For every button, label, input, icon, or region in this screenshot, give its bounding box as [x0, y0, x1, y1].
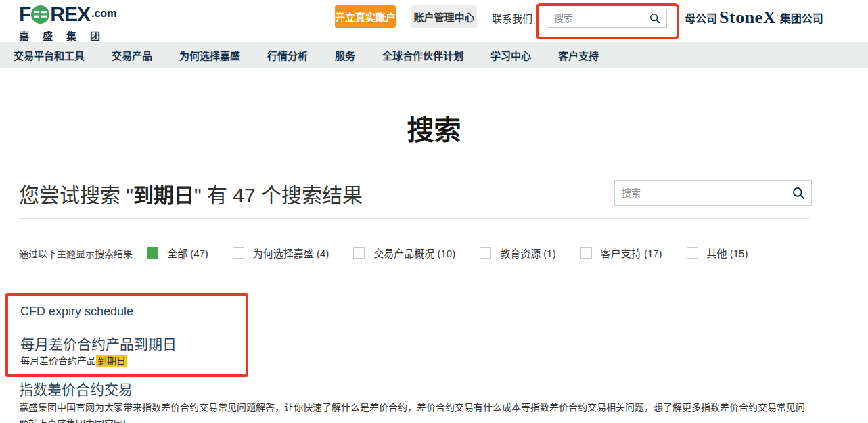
results-search-input[interactable] — [615, 187, 792, 198]
header-search-input[interactable] — [547, 13, 649, 24]
nav-item-services[interactable]: 服务 — [335, 48, 355, 62]
forex-logo[interactable]: F REX .com 嘉 盛 集 团 — [19, 3, 116, 43]
main-nav: 交易平台和工具 交易产品 为何选择嘉盛 行情分析 服务 全球合作伙伴计划 学习中… — [0, 42, 868, 68]
nav-item-market-analysis[interactable]: 行情分析 — [267, 48, 308, 62]
summary-count: 47 — [233, 184, 255, 206]
checkbox-icon[interactable] — [233, 247, 244, 259]
results-summary: 您尝试搜索 "到期日" 有 47 个搜索结果 — [19, 179, 363, 208]
logo-cn-char: 盛 — [43, 28, 53, 43]
summary-middle: " 有 — [194, 184, 233, 206]
filter-products-overview[interactable]: 交易产品概况 (10) — [353, 246, 455, 260]
stonex-logo: StoneX — [719, 9, 776, 26]
parent-company-suffix: 集团公司 — [780, 9, 823, 26]
parent-company-label: 母公司 StoneX ' 集团公司 — [685, 7, 823, 28]
nav-item-trading-products[interactable]: 交易产品 — [112, 48, 152, 62]
filter-other[interactable]: 其他 (15) — [687, 246, 748, 260]
forex-wordmark: F REX .com — [19, 3, 116, 25]
summary-suffix: 个搜索结果 — [256, 184, 363, 206]
nav-item-trading-platforms[interactable]: 交易平台和工具 — [14, 48, 85, 62]
logo-letters-rex: REX — [50, 4, 90, 24]
filter-education-resources[interactable]: 教育资源 (1) — [480, 246, 556, 260]
filter-label: 其他 (15) — [707, 246, 748, 260]
logo-chinese-name: 嘉 盛 集 团 — [19, 28, 100, 43]
nav-item-why-choose-us[interactable]: 为何选择嘉盛 — [179, 48, 240, 62]
search-icon[interactable] — [792, 187, 805, 200]
filter-label: 交易产品概况 (10) — [373, 246, 455, 260]
checkbox-icon[interactable] — [147, 247, 158, 259]
account-management-button[interactable]: 账户管理中心 — [411, 5, 477, 28]
filter-label: 教育资源 (1) — [500, 246, 556, 260]
filter-label: 为何选择嘉盛 (4) — [253, 246, 329, 260]
summary-query: 到期日 — [133, 184, 194, 206]
page-title: 搜索 — [0, 108, 868, 148]
filter-label: 客户支持 (17) — [601, 246, 662, 260]
checkbox-icon[interactable] — [687, 247, 698, 259]
snippet-text: 每月差价合约产品 — [20, 355, 96, 366]
logo-tld: .com — [91, 3, 116, 24]
search-icon[interactable] — [649, 13, 660, 24]
logo-cn-char: 集 — [66, 28, 76, 43]
forex-globe-icon — [31, 5, 49, 24]
stonex-trademark: ' — [777, 15, 778, 22]
filters-label: 通过以下主题显示搜索结果 — [19, 246, 133, 260]
contact-us-link[interactable]: 联系我们 — [492, 11, 532, 25]
logo-letter-f: F — [19, 4, 30, 24]
result-description: 嘉盛集团中国官网为大家带来指数差价合约交易常见问题解答，让你快速了解什么是差价合… — [19, 399, 808, 423]
open-live-account-button[interactable]: 开立真实账户 — [335, 5, 396, 28]
filter-why-choose-us[interactable]: 为何选择嘉盛 (4) — [233, 246, 329, 260]
search-results-page: F REX .com 嘉 盛 集 团 开立真实账户 账户管理中心 联系我们 — [0, 0, 868, 423]
result-title-link[interactable]: 指数差价合约交易 — [19, 378, 133, 399]
parent-company-prefix: 母公司 — [685, 9, 717, 26]
nav-item-partner-program[interactable]: 全球合作伙伴计划 — [382, 48, 463, 62]
nav-item-customer-support[interactable]: 客户支持 — [558, 48, 599, 62]
result-snippet: 每月差价合约产品到期日 — [20, 353, 127, 367]
summary-prefix: 您尝试搜索 " — [19, 184, 133, 206]
divider — [19, 218, 810, 219]
checkbox-icon[interactable] — [580, 247, 592, 259]
logo-cn-char: 团 — [90, 28, 100, 43]
checkbox-icon[interactable] — [480, 247, 491, 259]
results-search-box[interactable] — [614, 180, 812, 206]
filter-customer-support[interactable]: 客户支持 (17) — [580, 246, 662, 260]
snippet-highlight: 到期日 — [96, 355, 127, 367]
filter-all[interactable]: 全部 (47) — [147, 246, 208, 260]
filter-label: 全部 (47) — [167, 246, 208, 260]
result-title-link[interactable]: 每月差价合约产品到期日 — [20, 333, 177, 353]
header-search-box[interactable] — [547, 9, 667, 28]
logo-cn-char: 嘉 — [19, 28, 29, 43]
topic-filters: 通过以下主题显示搜索结果 全部 (47) 为何选择嘉盛 (4) 交易产品概况 (… — [19, 246, 772, 260]
nav-item-learning-center[interactable]: 学习中心 — [490, 48, 531, 62]
checkbox-icon[interactable] — [353, 247, 365, 259]
result-category-link[interactable]: CFD expiry schedule — [20, 305, 133, 319]
divider — [19, 290, 810, 290]
